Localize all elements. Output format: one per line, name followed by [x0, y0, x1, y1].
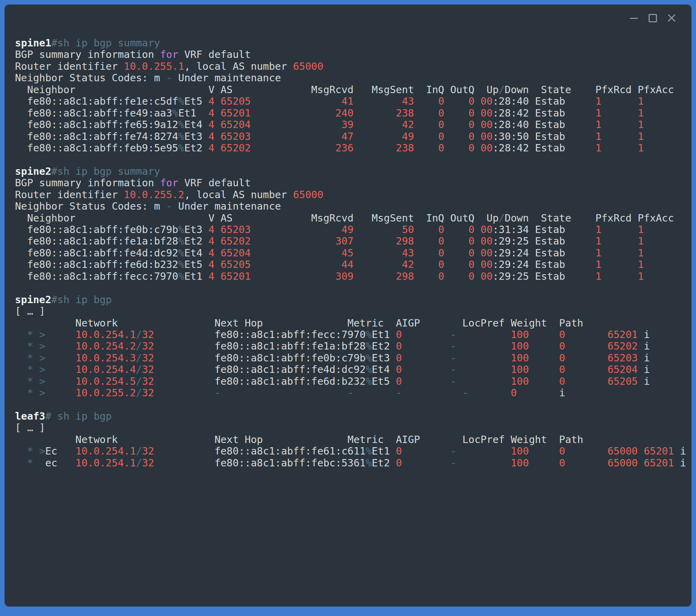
terminal-text-segment: 43 — [402, 247, 414, 259]
terminal-text-segment: * — [27, 375, 33, 387]
terminal-text-segment — [444, 270, 468, 282]
terminal-text-segment — [638, 457, 644, 469]
terminal-text-segment — [414, 119, 438, 130]
terminal-text-segment: Et1 — [372, 445, 396, 457]
terminal-line: * > 10.0.255.2/32 - - - - 0 i — [15, 387, 681, 399]
terminal-text-segment: Network Next Hop Metric AIGP LocPref Wei… — [15, 434, 583, 445]
terminal-text-segment: 1 — [638, 119, 644, 130]
terminal-text-segment: # sh ip bgp — [45, 410, 112, 422]
terminal-line: spine2#sh ip bgp summary — [15, 166, 681, 177]
terminal-text-segment: 1 — [638, 142, 644, 154]
terminal-text-segment: 1 — [638, 247, 644, 259]
terminal-text-segment: % — [366, 375, 372, 387]
terminal-text-segment: % — [366, 352, 372, 364]
terminal-text-segment: :28:40 Estab — [493, 95, 596, 107]
terminal-text-segment: 1 — [638, 235, 644, 247]
terminal-text-segment — [444, 247, 468, 259]
terminal-text-segment — [354, 258, 402, 270]
terminal-text-segment: 65201 — [607, 329, 638, 340]
terminal-text-segment — [354, 387, 396, 399]
terminal-text-segment: 0 — [396, 375, 402, 387]
terminal-text-segment: 10.0.254.3 — [75, 352, 136, 364]
terminal-text-segment: 0 — [396, 352, 402, 364]
terminal-text-segment — [565, 363, 607, 375]
terminal-text-segment: 0 — [468, 258, 474, 270]
terminal-text-segment: 0 — [468, 235, 474, 247]
terminal-text-segment: Neighbor Status Codes: m — [15, 200, 166, 212]
terminal-text-segment: 10.0.254.1 — [75, 457, 136, 469]
terminal-text-segment: > — [39, 340, 45, 352]
terminal-text-segment: 0 — [438, 247, 444, 259]
terminal-text-segment — [602, 142, 638, 154]
terminal-text-segment: 0 — [396, 445, 402, 457]
terminal-text-segment: 49 — [402, 130, 414, 142]
maximize-button[interactable] — [648, 14, 657, 23]
terminal-text-segment: 0 — [559, 352, 565, 364]
terminal-text-segment: 32 — [142, 340, 154, 352]
terminal-line: fe80::a8c1:abff:fe1e:c5df%Et5 4 65205 41… — [15, 96, 681, 107]
terminal-text-segment — [15, 387, 27, 399]
maximize-icon — [649, 14, 657, 22]
minimize-button[interactable] — [629, 14, 638, 23]
terminal-text-segment: fe80::a8c1:abff:fe6d:b232 — [15, 258, 178, 270]
terminal-text-segment: 4 — [209, 130, 214, 142]
terminal-text-segment: 238 — [396, 107, 414, 119]
terminal-text-segment: 45 — [341, 247, 354, 259]
terminal-text-segment — [221, 387, 348, 399]
close-button[interactable] — [667, 14, 676, 23]
terminal-text-segment: 0 — [468, 119, 474, 130]
terminal-text-segment: :29:25 Estab — [493, 270, 596, 282]
terminal-text-segment: 32 — [142, 329, 154, 340]
terminal-text-segment: 4 — [209, 107, 214, 119]
terminal-line: fe80::a8c1:abff:feb9:5e95%Et2 4 65202 23… — [15, 142, 681, 154]
terminal-line: fe80::a8c1:abff:fe74:8274%Et3 4 65203 47… — [15, 131, 681, 142]
terminal-text-segment: 0 — [396, 457, 402, 469]
terminal-text-segment: * — [27, 329, 33, 340]
terminal-text-segment: 100 — [511, 375, 529, 387]
terminal-text-segment — [529, 375, 559, 387]
terminal-text-segment — [475, 130, 481, 142]
terminal-text-segment: 00 — [481, 95, 493, 107]
terminal-text-segment: 65202 — [221, 142, 251, 154]
terminal-text-segment: 0 — [468, 107, 474, 119]
terminal-text-segment: % — [366, 457, 372, 469]
terminal-text-segment: :30:50 Estab — [493, 130, 596, 142]
terminal-text-segment: Et2 — [184, 235, 208, 247]
terminal-text-segment — [354, 224, 402, 235]
terminal-text-segment — [414, 235, 438, 247]
terminal-text-segment — [456, 363, 511, 375]
terminal-text-segment — [529, 363, 559, 375]
terminal-text-segment: i — [638, 340, 650, 352]
terminal-text-segment — [45, 352, 76, 364]
terminal-text-segment — [251, 235, 335, 247]
terminal-text-segment — [354, 247, 402, 259]
terminal-text-segment: 00 — [481, 247, 493, 259]
terminal-text-segment: * — [27, 387, 33, 399]
terminal-text-segment: / — [136, 352, 142, 364]
terminal-text-segment — [251, 224, 341, 235]
terminal-text-segment: 65203 — [221, 130, 251, 142]
terminal-text-segment: 65205 — [607, 375, 638, 387]
terminal-text-segment — [45, 363, 76, 375]
terminal-text-segment: , local AS number — [184, 60, 293, 72]
terminal-text-segment: fe80::a8c1:abff:fe0b:c79b — [15, 224, 178, 235]
terminal-line: fe80::a8c1:abff:fecc:7970%Et1 4 65201 30… — [15, 271, 681, 282]
terminal-text-segment — [402, 457, 451, 469]
terminal-text-segment: 00 — [481, 258, 493, 270]
terminal-text-segment — [15, 375, 27, 387]
terminal-line: * ec 10.0.254.1/32 fe80::a8c1:abff:febc:… — [15, 457, 681, 469]
titlebar — [5, 5, 691, 32]
terminal-text-segment — [565, 352, 607, 364]
terminal-text-segment: 65000 — [293, 189, 324, 201]
terminal-text-segment: :31:34 Estab — [493, 224, 596, 235]
terminal-line: * > 10.0.254.4/32 fe80::a8c1:abff:fe4d:d… — [15, 364, 681, 375]
terminal-text-segment — [33, 363, 39, 375]
terminal-text-segment: / — [499, 212, 505, 224]
terminal-text-segment: fe80::a8c1:abff:fe61:c611 — [154, 445, 366, 457]
terminal-text-segment: Et4 — [184, 247, 208, 259]
terminal-text-segment: 65205 — [221, 95, 251, 107]
terminal-text-segment: fe80::a8c1:abff:fecc:7970 — [154, 329, 366, 340]
terminal-text-segment — [214, 119, 220, 130]
terminal-line: fe80::a8c1:abff:fe65:9a12%Et4 4 65204 39… — [15, 119, 681, 130]
terminal-text-segment — [602, 235, 638, 247]
